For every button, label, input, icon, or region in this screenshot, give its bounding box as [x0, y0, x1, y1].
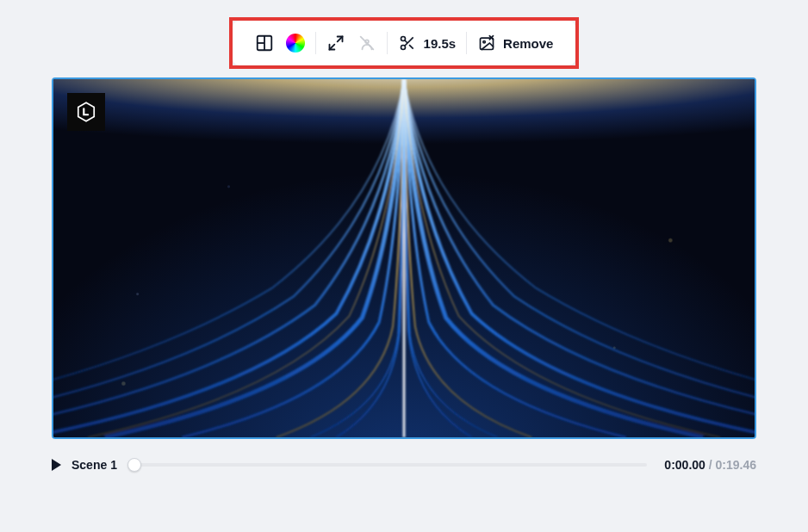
video-canvas[interactable] — [52, 77, 756, 439]
trim-button[interactable]: 19.5s — [398, 34, 457, 53]
toolbar-highlight-box: 19.5s Remove — [229, 17, 580, 69]
svg-line-11 — [404, 40, 407, 43]
expand-icon — [326, 34, 345, 53]
remove-label: Remove — [503, 36, 553, 51]
timeline-track[interactable] — [134, 463, 647, 467]
play-icon[interactable] — [52, 459, 61, 471]
current-time: 0:00.00 — [664, 458, 705, 472]
timeline: Scene 1 0:00.00 / 0:19.46 — [52, 458, 756, 472]
svg-point-13 — [483, 41, 486, 44]
trim-label: 19.5s — [424, 36, 457, 51]
remove-image-icon — [477, 34, 496, 53]
speed-button[interactable] — [357, 34, 376, 53]
layout-button[interactable] — [255, 34, 274, 53]
expand-button[interactable] — [326, 34, 345, 53]
total-time: 0:19.46 — [716, 458, 756, 472]
toolbar: 19.5s Remove — [233, 21, 576, 65]
remove-button[interactable]: Remove — [477, 34, 553, 53]
svg-line-10 — [409, 45, 413, 49]
timeline-thumb[interactable] — [127, 458, 141, 472]
scene-label: Scene 1 — [71, 458, 117, 472]
svg-point-7 — [401, 37, 405, 41]
time-display: 0:00.00 / 0:19.46 — [664, 458, 756, 472]
color-wheel-icon — [286, 34, 305, 53]
color-button[interactable] — [286, 34, 305, 53]
speed-icon — [357, 34, 376, 53]
svg-point-8 — [401, 46, 405, 50]
logo-badge — [67, 93, 105, 131]
time-separator: / — [705, 458, 716, 472]
video-preview-image — [53, 79, 755, 437]
scissors-icon — [398, 34, 417, 53]
layout-icon — [255, 34, 274, 53]
